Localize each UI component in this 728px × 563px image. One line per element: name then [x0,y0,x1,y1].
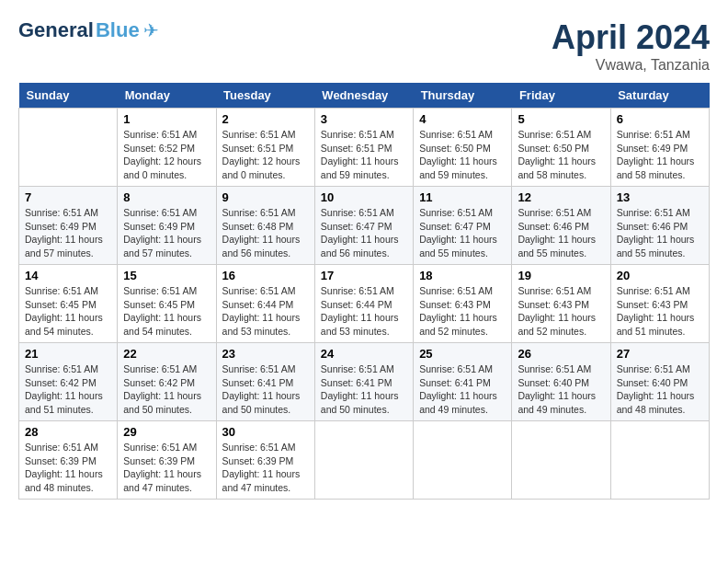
day-info: Sunrise: 6:51 AMSunset: 6:49 PMDaylight:… [123,206,210,260]
weekday-header-saturday: Saturday [610,83,709,109]
weekday-header-thursday: Thursday [414,83,512,109]
weekday-header-monday: Monday [118,83,216,109]
calendar-cell: 3Sunrise: 6:51 AMSunset: 6:51 PMDaylight… [314,109,413,187]
calendar-cell: 7Sunrise: 6:51 AMSunset: 6:49 PMDaylight… [19,187,118,265]
week-row-3: 14Sunrise: 6:51 AMSunset: 6:45 PMDayligh… [19,265,710,343]
week-row-2: 7Sunrise: 6:51 AMSunset: 6:49 PMDaylight… [19,187,710,265]
week-row-4: 21Sunrise: 6:51 AMSunset: 6:42 PMDayligh… [19,343,710,421]
day-info: Sunrise: 6:51 AMSunset: 6:44 PMDaylight:… [321,284,407,339]
week-row-5: 28Sunrise: 6:51 AMSunset: 6:39 PMDayligh… [19,421,710,500]
month-title: April 2024 [552,18,710,57]
calendar-cell: 16Sunrise: 6:51 AMSunset: 6:44 PMDayligh… [216,265,314,343]
calendar-cell: 1Sunrise: 6:51 AMSunset: 6:52 PMDaylight… [118,109,216,187]
calendar-cell: 23Sunrise: 6:51 AMSunset: 6:41 PMDayligh… [216,343,314,421]
calendar-cell: 11Sunrise: 6:51 AMSunset: 6:47 PMDayligh… [414,187,512,265]
day-info: Sunrise: 6:51 AMSunset: 6:52 PMDaylight:… [123,128,210,182]
day-number: 3 [321,112,407,126]
day-info: Sunrise: 6:51 AMSunset: 6:44 PMDaylight:… [222,284,309,339]
day-info: Sunrise: 6:51 AMSunset: 6:46 PMDaylight:… [617,206,703,260]
day-info: Sunrise: 6:51 AMSunset: 6:42 PMDaylight:… [123,362,210,417]
day-number: 2 [222,112,309,126]
calendar-cell [19,109,118,187]
day-number: 11 [419,190,506,204]
calendar-cell: 27Sunrise: 6:51 AMSunset: 6:40 PMDayligh… [610,343,709,421]
day-number: 20 [617,269,703,282]
logo-blue-text: Blue [96,18,140,42]
day-number: 19 [518,269,604,282]
day-info: Sunrise: 6:51 AMSunset: 6:49 PMDaylight:… [25,206,111,260]
calendar-cell: 10Sunrise: 6:51 AMSunset: 6:47 PMDayligh… [314,187,413,265]
logo-general-text: General [18,18,94,42]
calendar-cell: 20Sunrise: 6:51 AMSunset: 6:43 PMDayligh… [610,265,709,343]
day-number: 5 [518,112,604,126]
day-number: 29 [123,425,210,439]
day-info: Sunrise: 6:51 AMSunset: 6:43 PMDaylight:… [419,284,506,339]
day-number: 8 [123,190,210,204]
day-number: 22 [123,347,210,361]
weekday-header-sunday: Sunday [19,83,118,109]
day-number: 16 [222,269,309,282]
calendar-cell: 19Sunrise: 6:51 AMSunset: 6:43 PMDayligh… [512,265,610,343]
day-number: 18 [419,269,506,282]
weekday-header-row: SundayMondayTuesdayWednesdayThursdayFrid… [19,83,710,109]
calendar-cell: 8Sunrise: 6:51 AMSunset: 6:49 PMDaylight… [118,187,216,265]
day-number: 27 [617,347,703,361]
calendar-cell: 30Sunrise: 6:51 AMSunset: 6:39 PMDayligh… [216,421,314,500]
day-number: 14 [25,269,111,282]
weekday-header-friday: Friday [512,83,610,109]
day-number: 26 [518,347,604,361]
day-info: Sunrise: 6:51 AMSunset: 6:45 PMDaylight:… [25,284,111,339]
day-info: Sunrise: 6:51 AMSunset: 6:47 PMDaylight:… [419,206,506,260]
title-block: April 2024 Vwawa, Tanzania [552,18,710,74]
day-info: Sunrise: 6:51 AMSunset: 6:49 PMDaylight:… [617,128,703,182]
day-number: 6 [617,112,703,126]
calendar-cell: 14Sunrise: 6:51 AMSunset: 6:45 PMDayligh… [19,265,118,343]
calendar-cell: 22Sunrise: 6:51 AMSunset: 6:42 PMDayligh… [118,343,216,421]
day-number: 7 [25,190,111,204]
calendar-cell: 28Sunrise: 6:51 AMSunset: 6:39 PMDayligh… [19,421,118,500]
day-number: 21 [25,347,111,361]
day-info: Sunrise: 6:51 AMSunset: 6:39 PMDaylight:… [25,441,111,495]
calendar-cell [414,421,512,500]
day-info: Sunrise: 6:51 AMSunset: 6:42 PMDaylight:… [25,362,111,417]
day-number: 15 [123,269,210,282]
day-info: Sunrise: 6:51 AMSunset: 6:48 PMDaylight:… [222,206,309,260]
calendar-cell: 5Sunrise: 6:51 AMSunset: 6:50 PMDaylight… [512,109,610,187]
day-info: Sunrise: 6:51 AMSunset: 6:50 PMDaylight:… [518,128,604,182]
day-info: Sunrise: 6:51 AMSunset: 6:41 PMDaylight:… [222,362,309,417]
calendar-cell [512,421,610,500]
day-info: Sunrise: 6:51 AMSunset: 6:43 PMDaylight:… [617,284,703,339]
weekday-header-tuesday: Tuesday [216,83,314,109]
calendar-cell: 17Sunrise: 6:51 AMSunset: 6:44 PMDayligh… [314,265,413,343]
calendar-cell: 4Sunrise: 6:51 AMSunset: 6:50 PMDaylight… [414,109,512,187]
day-number: 24 [321,347,407,361]
day-info: Sunrise: 6:51 AMSunset: 6:40 PMDaylight:… [518,362,604,417]
day-info: Sunrise: 6:51 AMSunset: 6:47 PMDaylight:… [321,206,407,260]
day-number: 4 [419,112,506,126]
calendar-cell: 13Sunrise: 6:51 AMSunset: 6:46 PMDayligh… [610,187,709,265]
day-info: Sunrise: 6:51 AMSunset: 6:50 PMDaylight:… [419,128,506,182]
location-subtitle: Vwawa, Tanzania [552,57,710,74]
day-number: 13 [617,190,703,204]
week-row-1: 1Sunrise: 6:51 AMSunset: 6:52 PMDaylight… [19,109,710,187]
day-info: Sunrise: 6:51 AMSunset: 6:51 PMDaylight:… [321,128,407,182]
day-number: 10 [321,190,407,204]
calendar-cell: 21Sunrise: 6:51 AMSunset: 6:42 PMDayligh… [19,343,118,421]
calendar-cell: 2Sunrise: 6:51 AMSunset: 6:51 PMDaylight… [216,109,314,187]
calendar-cell: 15Sunrise: 6:51 AMSunset: 6:45 PMDayligh… [118,265,216,343]
calendar-cell: 24Sunrise: 6:51 AMSunset: 6:41 PMDayligh… [314,343,413,421]
calendar-cell: 18Sunrise: 6:51 AMSunset: 6:43 PMDayligh… [414,265,512,343]
page-header: General Blue ✈ April 2024 Vwawa, Tanzani… [18,18,710,74]
calendar-cell: 26Sunrise: 6:51 AMSunset: 6:40 PMDayligh… [512,343,610,421]
logo-bird-icon: ✈ [143,19,159,41]
day-info: Sunrise: 6:51 AMSunset: 6:39 PMDaylight:… [123,441,210,495]
day-info: Sunrise: 6:51 AMSunset: 6:45 PMDaylight:… [123,284,210,339]
day-number: 9 [222,190,309,204]
calendar-cell: 9Sunrise: 6:51 AMSunset: 6:48 PMDaylight… [216,187,314,265]
day-number: 1 [123,112,210,126]
day-info: Sunrise: 6:51 AMSunset: 6:41 PMDaylight:… [419,362,506,417]
logo: General Blue ✈ [18,18,159,42]
day-number: 28 [25,425,111,439]
calendar-cell [314,421,413,500]
day-info: Sunrise: 6:51 AMSunset: 6:39 PMDaylight:… [222,441,309,495]
